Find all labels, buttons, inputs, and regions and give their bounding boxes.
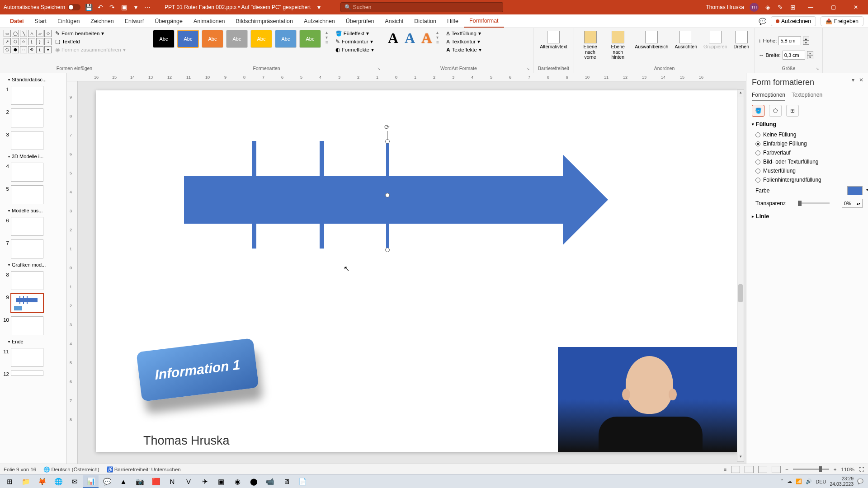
radio-solid-fill[interactable]: Einfarbige Füllung	[752, 139, 863, 148]
chrome-icon[interactable]: 🌐	[51, 475, 66, 488]
close-button[interactable]: ✕	[847, 0, 864, 14]
thumb-9[interactable]	[11, 294, 43, 313]
tray-sound-icon[interactable]: 🔊	[806, 479, 812, 484]
vertical-bar-2[interactable]	[320, 141, 324, 249]
thumb-5[interactable]	[11, 185, 43, 204]
pane-size-icon[interactable]: ⊞	[786, 105, 799, 117]
tray-cloud-icon[interactable]: ☁	[787, 479, 792, 484]
pane-tab-shape[interactable]: Formoptionen	[752, 92, 785, 101]
tab-insert[interactable]: Einfügen	[52, 14, 85, 28]
radio-no-fill[interactable]: Keine Füllung	[752, 130, 863, 139]
section-3d[interactable]: 3D Modelle i...	[0, 152, 66, 161]
filename-dropdown-icon[interactable]: ▾	[315, 4, 322, 11]
wa-up-icon[interactable]: ▴	[436, 30, 439, 35]
thumb-2[interactable]	[11, 108, 43, 127]
autosave-switch-icon[interactable]	[68, 4, 80, 10]
height-input[interactable]	[778, 36, 801, 45]
tab-transitions[interactable]: Übergänge	[149, 14, 188, 28]
tab-slideshow[interactable]: Bildschirmpräsentation	[231, 14, 298, 28]
tab-view[interactable]: Ansicht	[379, 14, 409, 28]
start-button[interactable]: ⊞	[2, 475, 17, 488]
thumb-12[interactable]	[11, 371, 43, 376]
wa-more-icon[interactable]: ≡	[436, 40, 439, 45]
language-status[interactable]: 🌐 Deutsch (Österreich)	[43, 466, 99, 473]
outlook-icon[interactable]: ✉	[67, 475, 82, 488]
thumb-3[interactable]	[11, 131, 43, 150]
textbox-button[interactable]: ▢ Textfeld	[54, 38, 127, 45]
selection-pane-button[interactable]: Auswahlbereich	[633, 30, 670, 51]
app-icon-4[interactable]: ▣	[213, 475, 229, 488]
zoom-out-button[interactable]: −	[785, 467, 788, 472]
wordart-gallery[interactable]: A A A	[388, 30, 432, 47]
qat-overflow-icon[interactable]: ⋯	[144, 4, 151, 11]
tab-draw[interactable]: Zeichnen	[85, 14, 119, 28]
tab-help[interactable]: Hilfe	[442, 14, 464, 28]
rotate-button[interactable]: Drehen	[732, 30, 751, 51]
telegram-icon[interactable]: ✈	[197, 475, 212, 488]
undo-icon[interactable]: ↶	[97, 4, 104, 11]
fill-effect-button[interactable]: 🪣 Fülleffekt ▾	[335, 30, 375, 37]
gallery-down-icon[interactable]: ▾	[326, 35, 328, 40]
scroll-down-icon[interactable]: ▾	[737, 454, 744, 461]
send-backward-button[interactable]: Ebene nach hinten	[605, 30, 630, 61]
pane-effects-icon[interactable]: ⬠	[769, 105, 782, 117]
tray-keyboard[interactable]: DEU	[816, 479, 826, 484]
style-yellow[interactable]: Abc	[250, 30, 272, 48]
styles-dialog-launcher[interactable]: ↘	[377, 66, 382, 72]
gallery-more-icon[interactable]: ≡	[326, 40, 328, 45]
style-green[interactable]: Abc	[299, 30, 321, 48]
pen-icon[interactable]: ✎	[777, 4, 784, 11]
save-icon[interactable]: 💾	[85, 4, 92, 11]
gallery-up-icon[interactable]: ▴	[326, 30, 328, 35]
fit-button[interactable]: ⛶	[859, 467, 864, 472]
scroll-thumb[interactable]	[738, 284, 743, 302]
thumb-6[interactable]	[11, 217, 43, 236]
zoom-slider[interactable]	[793, 469, 829, 470]
tab-review[interactable]: Überprüfen	[340, 14, 380, 28]
width-input[interactable]	[783, 51, 805, 60]
pane-fill-icon[interactable]: 🪣	[752, 105, 764, 117]
maximize-button[interactable]: ▢	[825, 0, 842, 14]
style-black[interactable]: Abc	[153, 30, 175, 48]
thumb-11[interactable]	[11, 348, 43, 367]
style-blue[interactable]: Abc	[177, 30, 199, 48]
wordart-dialog-launcher[interactable]: ↘	[526, 66, 532, 72]
style-lblue[interactable]: Abc	[275, 30, 297, 48]
zoom-icon[interactable]: 📹	[262, 475, 278, 488]
app-icon-2[interactable]: 📷	[132, 475, 147, 488]
user-avatar-icon[interactable]: TH	[750, 3, 759, 12]
text-fill-button[interactable]: A Textfüllung ▾	[445, 30, 482, 37]
thumb-1[interactable]	[11, 86, 43, 105]
slide-canvas[interactable]: Information 1 Thomas Hruska ▴ ▾	[78, 81, 746, 464]
thumb-7[interactable]	[11, 239, 43, 258]
obs-icon[interactable]: ◉	[230, 475, 245, 488]
search-input[interactable]: 🔍 Suchen	[340, 2, 503, 12]
tray-clock[interactable]: 23:2924.03.2023	[830, 476, 854, 487]
pane-close-icon[interactable]: ✕	[859, 77, 863, 83]
powerpoint-icon[interactable]: 📊	[83, 475, 99, 488]
scroll-up-icon[interactable]: ▴	[737, 90, 744, 97]
handle-top[interactable]	[385, 139, 390, 144]
view-reading-button[interactable]	[758, 466, 767, 473]
author-text[interactable]: Thomas Hruska	[143, 434, 230, 448]
tab-record[interactable]: Aufzeichnen	[298, 14, 340, 28]
section-graphics[interactable]: Grafiken mod...	[0, 260, 66, 269]
view-sorter-button[interactable]	[745, 466, 754, 473]
text-effects-button[interactable]: A Texteffekte ▾	[445, 46, 482, 53]
alt-text-button[interactable]: Alternativtext	[538, 30, 569, 51]
tray-notification-icon[interactable]: 💬	[857, 479, 863, 484]
tab-animations[interactable]: Animationen	[188, 14, 231, 28]
redo-icon[interactable]: ↷	[108, 4, 116, 11]
color-picker[interactable]	[847, 186, 863, 195]
qat-more-icon[interactable]: ▾	[132, 4, 139, 11]
shape-effects-button[interactable]: ◐ Formeffekte ▾	[335, 46, 375, 53]
user-name[interactable]: Thomas Hruska	[706, 4, 744, 10]
window-icon[interactable]: ⊞	[789, 4, 797, 11]
bring-forward-button[interactable]: Ebene nach vorne	[578, 30, 603, 61]
vertical-bar-1[interactable]	[252, 141, 256, 249]
app-icon-7[interactable]: 📄	[295, 475, 310, 488]
width-up[interactable]: ▴	[807, 51, 813, 55]
transparency-slider[interactable]	[798, 202, 830, 204]
radio-picture[interactable]: Bild- oder Texturfüllung	[752, 157, 863, 166]
align-button[interactable]: Ausrichten	[673, 30, 699, 51]
